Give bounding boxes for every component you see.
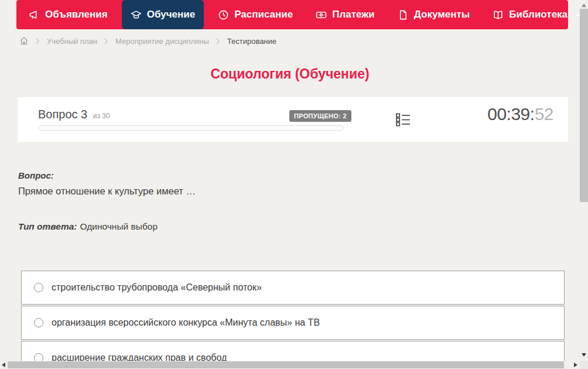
breadcrumb: Учебный план Мероприятие дисциплины Тест… — [19, 36, 276, 46]
question-number: Вопрос 3 — [38, 108, 87, 121]
scroll-up-arrow[interactable] — [582, 4, 586, 7]
nav-item-library[interactable]: Библиотека — [484, 0, 580, 29]
open-book-icon — [493, 9, 504, 20]
timer-seconds: 52 — [535, 104, 553, 124]
answer-options-list: строительство трубопровода «Северный пот… — [21, 271, 565, 361]
nav-item-label: Объявления — [45, 9, 108, 20]
answer-type-value: Одиночный выбор — [80, 221, 158, 231]
vertical-scrollbar[interactable] — [580, 0, 588, 361]
radio-button[interactable] — [34, 318, 43, 327]
chevron-right-icon — [104, 37, 109, 45]
horizontal-scrollbar[interactable] — [0, 361, 580, 369]
scroll-down-arrow[interactable] — [582, 353, 586, 357]
chevron-down-icon — [574, 11, 580, 19]
nav-item-announcements[interactable]: Объявления — [20, 0, 117, 29]
nav-item-learning[interactable]: Обучение — [122, 0, 204, 29]
scroll-right-arrow[interactable] — [574, 363, 577, 367]
nav-item-documents[interactable]: Документы — [389, 0, 479, 29]
nav-item-payments[interactable]: Платежи — [307, 0, 384, 29]
chevron-right-icon — [216, 37, 221, 45]
radio-button[interactable] — [34, 283, 43, 292]
skipped-badge: ПРОПУЩЕНО: 2 — [289, 110, 351, 122]
answer-option-label: расширение гражданских прав и свобод — [52, 353, 227, 361]
answer-option-label: организация всероссийского конкурса «Мин… — [52, 317, 320, 328]
graduation-cap-icon — [131, 9, 142, 20]
question-counter: Вопрос 3 из 30 — [38, 108, 110, 121]
browser-viewport: Объявления Обучение Расписание Платежи — [0, 0, 588, 369]
radio-button[interactable] — [34, 353, 43, 361]
nav-item-label: Библиотека — [509, 9, 568, 20]
progress-bar — [38, 125, 344, 131]
timer-hours-minutes: 00:39: — [487, 104, 534, 124]
banknote-icon — [316, 9, 327, 20]
question-label: Вопрос: — [18, 170, 54, 180]
breadcrumb-current-testing: Тестирование — [227, 37, 276, 46]
horizontal-scrollbar-thumb[interactable] — [8, 361, 564, 368]
document-icon — [398, 9, 409, 20]
vertical-scrollbar-thumb[interactable] — [580, 9, 588, 202]
nav-item-label: Расписание — [234, 9, 293, 20]
nav-item-schedule[interactable]: Расписание — [209, 0, 302, 29]
top-navigation: Объявления Обучение Расписание Платежи — [16, 0, 568, 29]
question-total: из 30 — [93, 112, 110, 120]
answer-option[interactable]: организация всероссийского конкурса «Мин… — [21, 306, 565, 340]
breadcrumb-link-study-plan[interactable]: Учебный план — [47, 37, 97, 46]
nav-item-label: Обучение — [147, 9, 195, 20]
answer-type-label: Тип ответа: — [18, 221, 77, 231]
answer-option[interactable]: строительство трубопровода «Северный пот… — [21, 271, 565, 305]
nav-item-label: Платежи — [332, 9, 375, 20]
page-title: Социология (Обучение) — [0, 66, 580, 82]
answer-type-row: Тип ответа:Одиночный выбор — [18, 221, 158, 232]
chevron-right-icon — [35, 37, 40, 45]
page-content: Объявления Обучение Расписание Платежи — [0, 0, 580, 361]
answer-option[interactable]: расширение гражданских прав и свобод — [21, 341, 565, 361]
quiz-header-card: Вопрос 3 из 30 ПРОПУЩЕНО: 2 00:39:52 — [18, 97, 568, 142]
answer-option-label: строительство трубопровода «Северный пот… — [52, 282, 262, 293]
nav-item-label: Документы — [414, 9, 470, 20]
home-icon[interactable] — [19, 36, 29, 46]
timer: 00:39:52 — [487, 104, 553, 124]
scrollbar-corner — [580, 361, 588, 369]
question-text: Прямое отношение к культуре имеет … — [18, 186, 196, 197]
clock-icon — [218, 9, 229, 20]
question-list-icon[interactable] — [395, 112, 411, 128]
breadcrumb-link-discipline-event[interactable]: Мероприятие дисциплины — [115, 37, 209, 46]
scroll-left-arrow[interactable] — [2, 363, 5, 367]
megaphone-icon — [29, 9, 40, 20]
